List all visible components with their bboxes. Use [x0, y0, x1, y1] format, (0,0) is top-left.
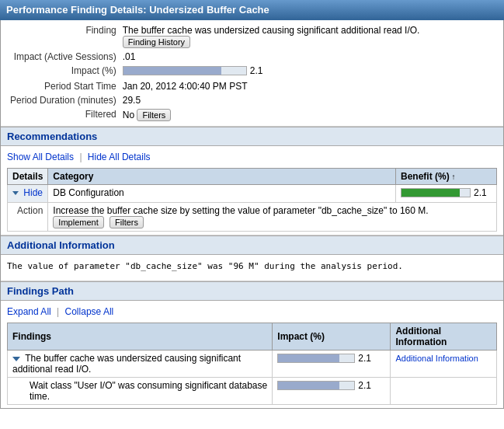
- findings-impact-fill-0: [278, 354, 339, 362]
- findings-row-1-text: Wait class "User I/O" was consuming sign…: [30, 380, 267, 402]
- rec-action-row: Action Increase the buffer cache size by…: [8, 203, 497, 232]
- collapse-all-link[interactable]: Collapse All: [65, 306, 114, 317]
- rec-table-header-row: Details Category Benefit (%): [8, 169, 497, 185]
- filtered-label: Filtered: [7, 107, 120, 123]
- info-section: Finding The buffer cache was undersized …: [1, 20, 503, 127]
- finding-value: The buffer cache was undersized causing …: [120, 23, 497, 50]
- period-start-value: Jan 20, 2012 4:00:40 PM PST: [120, 79, 497, 93]
- impact-progress-bar: [123, 66, 247, 75]
- findings-impact-val-0: 2.1: [358, 353, 371, 364]
- action-filters-button[interactable]: Filters: [109, 216, 144, 228]
- findings-addl-0: Additional Information: [391, 351, 497, 378]
- additional-info-section: The value of parameter "db_cache_size" w…: [1, 255, 503, 281]
- findings-text-1: Wait class "User I/O" was consuming sign…: [8, 378, 273, 405]
- expand-all-link[interactable]: Expand All: [7, 306, 51, 317]
- findings-row-0: The buffer cache was undersized causing …: [8, 351, 497, 378]
- filters-button[interactable]: Filters: [137, 109, 171, 121]
- hide-link[interactable]: Hide: [23, 187, 43, 198]
- findings-impact-0: 2.1: [273, 351, 391, 378]
- period-duration-label: Period Duration (minutes): [7, 93, 120, 107]
- period-duration-value: 29.5: [120, 93, 497, 107]
- additional-info-header: Additional Information: [1, 235, 503, 255]
- filtered-text: No: [123, 110, 134, 120]
- period-duration-row: Period Duration (minutes) 29.5: [7, 93, 497, 107]
- findings-path-section: Expand All | Collapse All Findings Impac…: [1, 301, 503, 408]
- findings-col-header: Findings: [8, 323, 273, 351]
- benefit-value: 2.1: [474, 187, 487, 198]
- rec-benefit-cell: 2.1: [396, 185, 497, 203]
- findings-impact-fill-1: [278, 382, 339, 389]
- filtered-value: No Filters: [120, 107, 497, 123]
- findings-impact-val-1: 2.1: [358, 380, 371, 391]
- impact-active-row: Impact (Active Sessions) .01: [7, 50, 497, 64]
- show-hide-links: Show All Details | Hide All Details: [7, 149, 497, 165]
- findings-impact-1: 2.1: [273, 378, 391, 405]
- action-text: Increase the buffer cache size by settin…: [53, 205, 428, 216]
- impact-col-header: Impact (%): [273, 323, 391, 351]
- main-content: Finding The buffer cache was undersized …: [0, 20, 504, 409]
- expand-collapse-links: Expand All | Collapse All: [7, 304, 497, 319]
- findings-path-header: Findings Path: [1, 281, 503, 301]
- recommendations-area: Show All Details | Hide All Details Deta…: [1, 146, 503, 235]
- finding-label: Finding: [7, 23, 120, 50]
- impact-pct-label: Impact (%): [7, 64, 120, 79]
- findings-impact-bar-1: [277, 381, 355, 390]
- findings-table-header: Findings Impact (%) Additional Informati…: [8, 323, 497, 351]
- show-all-details-link[interactable]: Show All Details: [7, 152, 74, 162]
- rec-action-label-cell: Action: [8, 203, 48, 232]
- findings-addl-1: [391, 378, 497, 405]
- benefit-bar-fill: [401, 189, 460, 197]
- findings-table: Findings Impact (%) Additional Informati…: [7, 323, 497, 405]
- impact-pct-number: 2.1: [250, 65, 263, 76]
- impact-pct-value: 2.1: [120, 64, 497, 79]
- recommendations-table: Details Category Benefit (%) Hide DB Con…: [7, 168, 497, 232]
- findings-impact-bar-0: [277, 354, 355, 363]
- impact-active-label: Impact (Active Sessions): [7, 50, 120, 64]
- rec-category-cell: DB Configuration: [48, 185, 396, 203]
- benefit-bar: [401, 188, 471, 197]
- impact-progress-fill: [123, 67, 221, 75]
- rec-details-cell: Hide: [8, 185, 48, 203]
- page-title: Performance Finding Details: Undersized …: [0, 0, 504, 20]
- filtered-row: Filtered No Filters: [7, 107, 497, 123]
- finding-history-button[interactable]: Finding History: [123, 36, 190, 48]
- hide-all-details-link[interactable]: Hide All Details: [88, 152, 151, 162]
- period-start-row: Period Start Time Jan 20, 2012 4:00:40 P…: [7, 79, 497, 93]
- findings-triangle-icon: [12, 357, 20, 361]
- additional-info-text: The value of parameter "db_cache_size" w…: [7, 258, 497, 274]
- addl-col-header: Additional Information: [391, 323, 497, 351]
- impact-pct-row: Impact (%) 2.1: [7, 64, 497, 79]
- recommendations-header: Recommendations: [1, 127, 503, 146]
- implement-button[interactable]: Implement: [53, 216, 103, 228]
- rec-category-col-header: Category: [48, 169, 396, 185]
- finding-text: The buffer cache was undersized causing …: [123, 25, 420, 36]
- rec-benefit-col-header[interactable]: Benefit (%): [396, 169, 497, 185]
- additional-info-link[interactable]: Additional Information: [395, 354, 478, 363]
- rec-table-row: Hide DB Configuration 2.1: [8, 185, 497, 203]
- expand-triangle-icon: [12, 191, 19, 195]
- page-wrapper: Performance Finding Details: Undersized …: [0, 0, 504, 409]
- findings-row-1: Wait class "User I/O" was consuming sign…: [8, 378, 497, 405]
- finding-row: Finding The buffer cache was undersized …: [7, 23, 497, 50]
- impact-active-value: .01: [120, 50, 497, 64]
- rec-action-value-cell: Increase the buffer cache size by settin…: [48, 203, 497, 232]
- findings-row-0-text: The buffer cache was undersized causing …: [12, 353, 241, 375]
- rec-details-col-header: Details: [8, 169, 48, 185]
- findings-text-0: The buffer cache was undersized causing …: [8, 351, 273, 378]
- period-start-label: Period Start Time: [7, 79, 120, 93]
